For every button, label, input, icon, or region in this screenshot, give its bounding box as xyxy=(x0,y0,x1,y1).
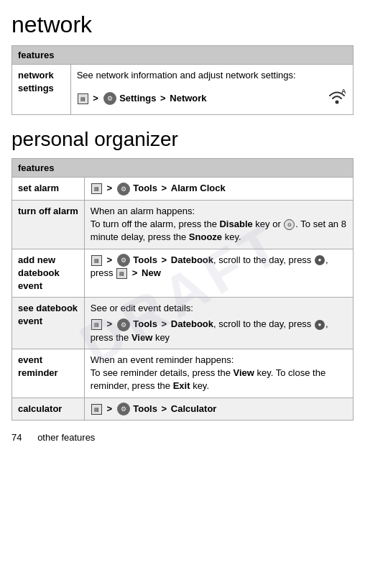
bullet-btn: ● xyxy=(315,255,325,265)
menu-icon: ▤ xyxy=(78,93,88,104)
feature-desc-network-settings: See network information and adjust netwo… xyxy=(70,65,353,115)
network-settings-desc: See network information and adjust netwo… xyxy=(77,70,296,81)
footer: 74 other features xyxy=(11,432,354,443)
network-table-header: features xyxy=(12,46,354,65)
menu-icon: ▤ xyxy=(91,255,102,266)
svg-point-0 xyxy=(336,101,339,104)
menu-icon: ▤ xyxy=(91,404,102,415)
feature-name-add-datebook: add newdatebookevent xyxy=(12,249,85,298)
table-row: add newdatebookevent ▤ > ⚙ Tools > Dateb… xyxy=(12,249,354,298)
table-row: see datebookevent See or edit event deta… xyxy=(12,298,354,349)
network-wifi-icon-cell: A xyxy=(327,86,347,110)
organizer-table: features set alarm ▤ > ⚙ Tools > Alarm C… xyxy=(11,158,354,421)
feature-name-set-alarm: set alarm xyxy=(12,178,85,201)
bullet-btn: ● xyxy=(315,320,325,330)
menu-icon2: ▤ xyxy=(116,268,127,279)
wifi-icon: A xyxy=(327,86,347,106)
feature-desc-add-datebook: ▤ > ⚙ Tools > Datebook, scroll to the da… xyxy=(84,249,353,298)
feature-name-event-reminder: eventreminder xyxy=(12,349,85,398)
table-row: eventreminder When an event reminder hap… xyxy=(12,349,354,398)
feature-name-turn-off-alarm: turn off alarm xyxy=(12,200,85,249)
feature-desc-calculator: ▤ > ⚙ Tools > Calculator xyxy=(84,398,353,421)
settings-icon: ⚙ xyxy=(103,92,116,105)
tools-icon: ⚙ xyxy=(117,254,130,267)
page-title-organizer: personal organizer xyxy=(11,128,354,151)
feature-desc-turn-off-alarm: When an alarm happens: To turn off the a… xyxy=(84,200,353,249)
feature-desc-see-datebook: See or edit event details: ▤ > ⚙ Tools >… xyxy=(84,298,353,349)
network-table: features networksettings See network inf… xyxy=(11,45,354,115)
menu-icon: ▤ xyxy=(91,183,102,194)
table-row: turn off alarm When an alarm happens: To… xyxy=(12,200,354,249)
organizer-table-header: features xyxy=(12,159,354,178)
feature-name-see-datebook: see datebookevent xyxy=(12,298,85,349)
svg-text:A: A xyxy=(341,88,346,95)
feature-name-calculator: calculator xyxy=(12,398,85,421)
table-row: networksettings See network information … xyxy=(12,65,354,115)
tools-icon: ⚙ xyxy=(117,403,130,415)
table-row: set alarm ▤ > ⚙ Tools > Alarm Clock xyxy=(12,178,354,201)
table-row: calculator ▤ > ⚙ Tools > Calculator xyxy=(12,398,354,421)
network-nav: ▤ > ⚙ Settings > Network xyxy=(77,92,207,106)
footer-label: other features xyxy=(37,432,95,443)
feature-name-network-settings: networksettings xyxy=(12,65,71,115)
menu-icon: ▤ xyxy=(91,319,102,330)
circle-icon: ⊙ xyxy=(284,219,295,230)
tools-icon: ⚙ xyxy=(117,318,130,331)
tools-icon: ⚙ xyxy=(117,183,130,196)
feature-desc-set-alarm: ▤ > ⚙ Tools > Alarm Clock xyxy=(84,178,353,201)
feature-desc-event-reminder: When an event reminder happens: To see r… xyxy=(84,349,353,398)
footer-page-num: 74 xyxy=(11,432,22,443)
page-title-network: network xyxy=(11,12,354,38)
